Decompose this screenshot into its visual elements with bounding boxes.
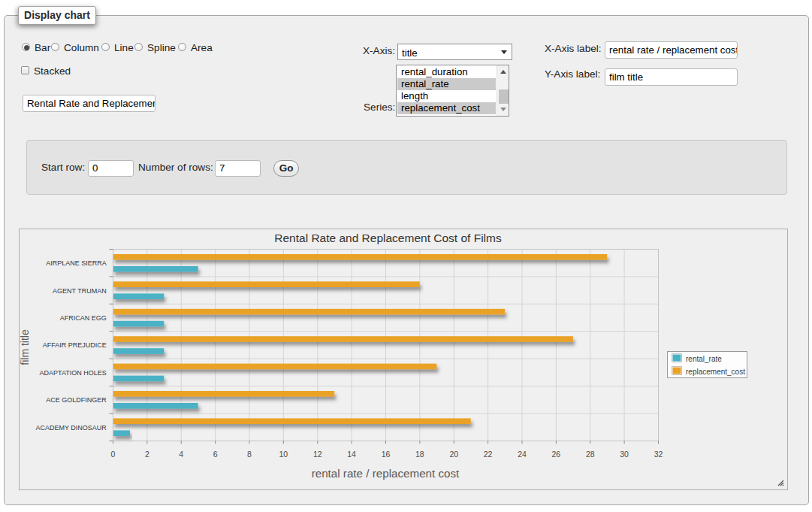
svg-text:ACADEMY DINOSAUR: ACADEMY DINOSAUR <box>35 424 107 432</box>
svg-text:rental_rate: rental_rate <box>686 355 722 363</box>
svg-text:30: 30 <box>620 450 629 459</box>
svg-text:0: 0 <box>111 450 116 459</box>
svg-text:replacement_cost: replacement_cost <box>686 368 745 376</box>
svg-text:AFFAIR PREJUDICE: AFFAIR PREJUDICE <box>43 341 107 349</box>
svg-text:2: 2 <box>145 450 149 459</box>
svg-text:AFRICAN EGG: AFRICAN EGG <box>60 314 107 322</box>
svg-text:ADAPTATION HOLES: ADAPTATION HOLES <box>40 369 107 377</box>
svg-text:20: 20 <box>449 450 458 459</box>
svg-text:ACE GOLDFINGER: ACE GOLDFINGER <box>46 396 107 404</box>
svg-text:10: 10 <box>279 450 288 459</box>
svg-text:12: 12 <box>313 450 322 459</box>
svg-text:Rental Rate and Replacement Co: Rental Rate and Replacement Cost of Film… <box>274 232 502 244</box>
svg-text:24: 24 <box>518 450 527 459</box>
svg-text:rental rate / replacement cost: rental rate / replacement cost <box>312 467 460 480</box>
svg-text:film title: film title <box>19 329 31 365</box>
svg-text:6: 6 <box>213 450 218 459</box>
svg-text:26: 26 <box>552 450 561 459</box>
svg-text:22: 22 <box>484 450 493 459</box>
svg-text:AIRPLANE SIERRA: AIRPLANE SIERRA <box>46 259 107 267</box>
svg-text:16: 16 <box>382 450 391 459</box>
svg-text:8: 8 <box>247 450 252 459</box>
svg-text:18: 18 <box>415 450 424 459</box>
svg-text:4: 4 <box>179 450 183 459</box>
svg-text:AGENT TRUMAN: AGENT TRUMAN <box>53 287 107 295</box>
svg-text:14: 14 <box>347 450 356 459</box>
svg-text:28: 28 <box>586 450 595 459</box>
svg-text:32: 32 <box>654 450 663 459</box>
